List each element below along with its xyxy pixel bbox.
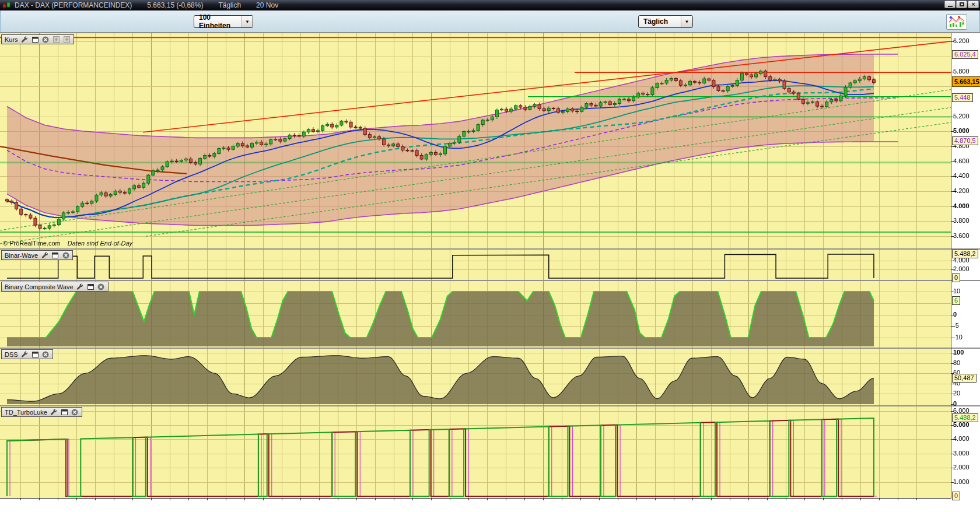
maximize-button[interactable] <box>956 1 967 8</box>
y-axis-tick-label: 2.000 <box>953 265 970 272</box>
panel-tab-td-turboluke: TD_TurboLuke <box>1 407 82 417</box>
y-axis-tick-label: 0 <box>953 400 957 407</box>
y-axis-tick-label: 5.800 <box>953 68 970 75</box>
window-title-instrument: DAX - DAX (PERFORMANCEINDEX) <box>15 1 132 9</box>
y-axis-tick-label: 5.000 <box>953 127 970 134</box>
detach-window-icon[interactable] <box>32 350 39 358</box>
y-axis-tick-label: -10 <box>953 334 963 341</box>
value-badge: 5.488,2 <box>952 413 978 422</box>
chart-area: Kurs Binar-Wave Binary Composi <box>0 32 980 512</box>
y-axis-tick-label: 4.600 <box>953 157 970 164</box>
window-title-date: 20 Nov <box>256 1 278 9</box>
value-badge: 6.025,4 <box>952 50 978 59</box>
y-axis-tick-label: 3.600 <box>953 232 970 239</box>
application-window: DAX - DAX (PERFORMANCEINDEX) 5.663,15 (-… <box>0 0 980 512</box>
copyright-text: Daten sind End-of-Day <box>68 240 132 247</box>
wrench-icon[interactable] <box>76 283 84 290</box>
y-axis-tick-label: 3.000 <box>953 450 970 457</box>
chevron-down-icon[interactable]: ▼ <box>681 16 692 27</box>
y-axis-tick-label: 2.000 <box>953 464 970 471</box>
close-icon[interactable] <box>62 251 69 259</box>
wrench-icon[interactable] <box>50 408 58 416</box>
value-badge: 0 <box>952 273 960 282</box>
y-axis-tick-label: 4.200 <box>953 187 970 194</box>
window-title-quote: 5.663,15 (-0,68%) <box>147 1 203 9</box>
panel-title: TD_TurboLuke <box>5 409 47 416</box>
panel-tab-kurs: Kurs <box>1 34 74 44</box>
panel-title: Kurs <box>5 36 18 43</box>
close-icon[interactable] <box>42 36 50 43</box>
value-badge: 0 <box>952 492 960 500</box>
chart-options-button[interactable] <box>946 14 967 30</box>
wrench-icon[interactable] <box>41 251 48 259</box>
y-axis-tick-label: 20 <box>953 390 960 397</box>
detach-window-icon[interactable] <box>61 408 68 416</box>
y-axis-tick-label: 10 <box>953 287 960 294</box>
close-window-button[interactable]: × <box>968 1 979 8</box>
y-axis-tick-label: 6.200 <box>953 37 970 44</box>
value-badge: 50,487 <box>952 374 977 383</box>
units-dropdown[interactable]: 100 Einheiten ▼ <box>194 15 253 28</box>
wrench-icon[interactable] <box>21 350 29 358</box>
detach-window-icon[interactable] <box>51 251 59 259</box>
move-down-icon[interactable] <box>63 36 71 43</box>
y-axis-tick-label: 5.200 <box>953 113 970 120</box>
window-title-period: Täglich <box>218 1 241 9</box>
detach-window-icon[interactable] <box>87 283 94 290</box>
wrench-icon[interactable] <box>21 36 29 43</box>
copyright-note: © ProRealTime.comDaten sind End-of-Day <box>3 240 132 247</box>
y-axis-tick-label: 4.000 <box>953 202 970 209</box>
y-axis-tick-label: 3.800 <box>953 217 970 224</box>
panel-title: Binar-Wave <box>5 252 38 259</box>
detach-window-icon[interactable] <box>32 36 39 43</box>
period-dropdown[interactable]: Täglich ▼ <box>638 15 693 28</box>
y-axis-tick-label: 6.000 <box>953 407 970 414</box>
panel-title: DSS <box>5 351 18 358</box>
y-axis-tick-label: 1.000 <box>953 478 970 485</box>
value-badge: 6 <box>952 296 960 305</box>
y-axis-tick-label: 80 <box>953 359 960 366</box>
value-badge: 4.870,5 <box>952 136 978 145</box>
copyright-brand: © ProRealTime.com <box>3 240 61 247</box>
close-icon[interactable] <box>71 408 79 416</box>
value-badge: 5.448 <box>952 93 973 102</box>
y-axis-tick-label: 0 <box>953 311 957 318</box>
close-icon[interactable] <box>97 283 105 290</box>
candlestick-app-icon <box>2 1 11 9</box>
minimize-button[interactable] <box>944 1 956 8</box>
y-axis-tick-label: -5 <box>953 322 959 329</box>
chevron-down-icon[interactable]: ▼ <box>242 16 253 27</box>
title-bar: DAX - DAX (PERFORMANCEINDEX) 5.663,15 (-… <box>0 0 980 10</box>
y-axis-tick-label: 4.000 <box>953 435 970 442</box>
panel-tab-dss: DSS <box>1 349 53 359</box>
period-dropdown-value: Täglich <box>643 17 668 26</box>
close-icon[interactable] <box>42 350 50 358</box>
toolbar: 100 Einheiten ▼ Täglich ▼ <box>0 10 980 33</box>
value-badge: 5.663,15 <box>952 76 980 87</box>
chart-canvas[interactable] <box>0 32 980 512</box>
mini-chart-icon <box>949 16 965 28</box>
y-axis-tick-label: 4.400 <box>953 172 970 179</box>
panel-title: Binary Composite Wave <box>5 283 74 290</box>
panel-tab-binar-wave: Binar-Wave <box>1 250 73 260</box>
units-dropdown-value: 100 Einheiten <box>199 13 242 30</box>
value-badge: 5.488,2 <box>952 250 978 258</box>
y-axis-tick-label: 100 <box>953 349 964 356</box>
panel-tab-binary-composite-wave: Binary Composite Wave <box>1 282 108 292</box>
move-up-icon[interactable] <box>52 36 60 43</box>
